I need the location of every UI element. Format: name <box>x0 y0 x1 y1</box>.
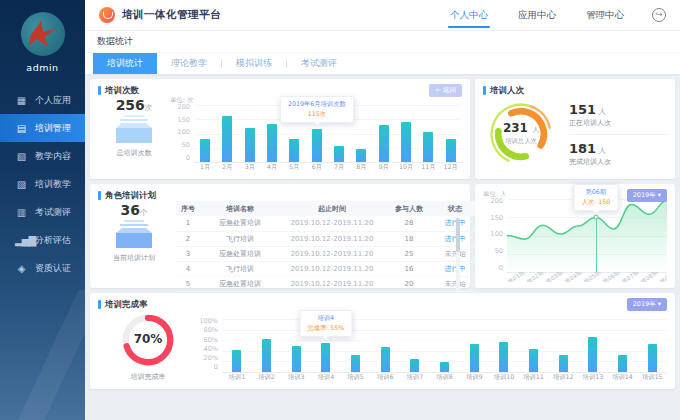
bar[interactable] <box>379 125 389 162</box>
bar[interactable] <box>381 347 390 372</box>
table-cell: 进行中 <box>434 216 476 231</box>
tooltip-value: 完成率: 55% <box>307 324 344 333</box>
sidebar-item-label: 资质认证 <box>35 262 71 275</box>
bar[interactable] <box>200 139 210 162</box>
table-cell: 2 <box>176 231 200 246</box>
bar[interactable] <box>401 122 411 162</box>
main-area: 培训一体化管理平台 个人中心应用中心管理中心↪ 数据统计 培训统计理论教学模拟训… <box>85 0 680 420</box>
table-row[interactable]: 4飞行培训2019.10.12-2019.11.2016进行中 <box>176 262 476 277</box>
document-icon: ▧ <box>15 151 27 162</box>
bar[interactable] <box>648 344 657 372</box>
nav-item-管理中心[interactable]: 管理中心 <box>584 0 626 31</box>
tab-培训统计[interactable]: 培训统计 <box>93 53 157 74</box>
box-3d-icon <box>112 220 156 248</box>
table-header-序号: 序号 <box>176 201 200 216</box>
sidebar-item-教学内容[interactable]: ▧教学内容 <box>0 142 85 170</box>
bar[interactable] <box>446 139 456 162</box>
tooltip-title: 2019年6月培训次数 <box>288 100 346 109</box>
bar[interactable] <box>559 355 568 372</box>
table-cell: 进行中 <box>434 262 476 277</box>
table-row[interactable]: 1应急处置培训2019.10.12-2019.11.2028进行中 <box>176 216 476 231</box>
table-row[interactable]: 3应急处置培训2019.10.12-2019.11.2025未开始 <box>176 246 476 261</box>
bar[interactable] <box>440 362 449 372</box>
card-training-count: 培训次数 ← 返回 256次 总培训次数 单位: 次 2001501005002… <box>90 79 470 179</box>
year-dropdown[interactable]: 2019年 ▾ <box>627 189 667 202</box>
table-cell: 2019.10.12-2019.11.20 <box>280 231 384 246</box>
bar[interactable] <box>410 359 419 372</box>
bar[interactable] <box>245 128 255 162</box>
card-completion-rate: 培训完成率 2019年 ▾ 70% 培训完成率 100%80%60%40%20%… <box>90 293 675 389</box>
table-cell: 2019.10.12-2019.11.20 <box>280 216 384 231</box>
sidebar-item-考试测评[interactable]: ▥考试测评 <box>0 198 85 226</box>
table-row[interactable]: 2飞行培训2019.10.12-2019.11.2018进行中 <box>176 231 476 246</box>
app-header: 培训一体化管理平台 个人中心应用中心管理中心↪ <box>85 0 680 30</box>
table-row[interactable]: 5应急处置培训2019.10.12-2019.11.2020未开始 <box>176 277 476 292</box>
scrollbar-thumb[interactable] <box>456 218 460 252</box>
training-count-caption: 总培训次数 <box>98 148 170 158</box>
table-header-参与人数: 参与人数 <box>384 201 434 216</box>
title-accent-bar <box>98 191 101 200</box>
bar[interactable] <box>356 149 366 162</box>
data-point <box>593 215 598 220</box>
bar[interactable] <box>222 116 232 162</box>
chart-tooltip: 第06期人次: 150 <box>574 184 619 211</box>
completion-caption: 培训完成率 <box>131 372 166 382</box>
sidebar-item-分析评估[interactable]: ▂▅▇分析评估 <box>0 226 85 254</box>
person-stat: 151 人正在培训人次 <box>569 96 667 134</box>
sidebar-item-label: 分析评估 <box>35 234 71 247</box>
breadcrumb-bar: 数据统计 <box>85 30 680 52</box>
box-3d-icon <box>112 115 156 143</box>
nav-item-应用中心[interactable]: 应用中心 <box>516 0 558 31</box>
table-scrollbar <box>456 218 460 292</box>
tab-考试测评[interactable]: 考试测评 <box>287 53 351 74</box>
bar[interactable] <box>529 349 538 372</box>
bar[interactable] <box>312 129 322 162</box>
role-plan-unit: 个 <box>140 208 148 217</box>
table-cell: 2019.10.12-2019.11.20 <box>280 277 384 292</box>
sidebar-item-资质认证[interactable]: ◈资质认证 <box>0 254 85 282</box>
bar[interactable] <box>334 146 344 162</box>
logout-icon[interactable]: ↪ <box>652 8 666 22</box>
bar[interactable] <box>351 355 360 372</box>
period-dropdown[interactable]: 2019年 ▾ <box>627 298 667 311</box>
bar[interactable] <box>423 132 433 162</box>
bar[interactable] <box>588 337 597 373</box>
card-training-person-title: 培训人次 <box>483 85 667 96</box>
tooltip-marker-line <box>596 217 597 272</box>
card-role-plan-title: 角色培训计划 <box>98 190 462 201</box>
sidebar-item-label: 培训教学 <box>35 178 71 191</box>
bar[interactable] <box>499 342 508 372</box>
bar[interactable] <box>267 124 277 162</box>
bar[interactable] <box>232 350 241 372</box>
top-nav: 个人中心应用中心管理中心↪ <box>448 0 666 31</box>
table-cell: 应急处置培训 <box>200 216 280 231</box>
bar[interactable] <box>289 139 299 162</box>
plot-area: 第06期人次: 150 <box>507 199 667 272</box>
nav-item-个人中心[interactable]: 个人中心 <box>448 0 490 31</box>
table-cell: 2019.10.12-2019.11.20 <box>280 262 384 277</box>
tab-理论教学[interactable]: 理论教学 <box>157 53 221 74</box>
card-role-plan: 角色培训计划 36个 当前培训计划 序号培训名称起止时间参与人数状态1应急处置培… <box>90 184 470 288</box>
back-button[interactable]: ← 返回 <box>429 84 462 97</box>
sidebar-item-label: 培训管理 <box>35 122 71 135</box>
bar[interactable] <box>321 343 330 372</box>
table-cell: 5 <box>176 277 200 292</box>
bar[interactable] <box>292 346 301 373</box>
username: admin <box>0 62 85 73</box>
sidebar-item-培训管理[interactable]: ▤培训管理 <box>0 114 85 142</box>
training-count-value: 256 <box>116 97 145 113</box>
bar[interactable] <box>470 344 479 372</box>
bar[interactable] <box>262 339 271 372</box>
sidebar-item-label: 教学内容 <box>35 150 71 163</box>
table-cell: 未开始 <box>434 246 476 261</box>
exam-icon: ▥ <box>15 207 27 218</box>
tooltip-title: 培训4 <box>307 314 344 323</box>
sidebar-item-个人应用[interactable]: ▦个人应用 <box>0 86 85 114</box>
tab-模拟训练[interactable]: 模拟训练 <box>222 53 286 74</box>
plan-table-wrap: 序号培训名称起止时间参与人数状态1应急处置培训2019.10.12-2019.1… <box>170 201 462 281</box>
sidebar-item-培训教学[interactable]: ▨培训教学 <box>0 170 85 198</box>
person-trend-line-chart: 单位: 人 200150100500第06期人次: 150第01期第02期第03… <box>483 190 667 282</box>
bar[interactable] <box>618 355 627 372</box>
user-avatar <box>21 12 65 56</box>
table-cell: 4 <box>176 262 200 277</box>
